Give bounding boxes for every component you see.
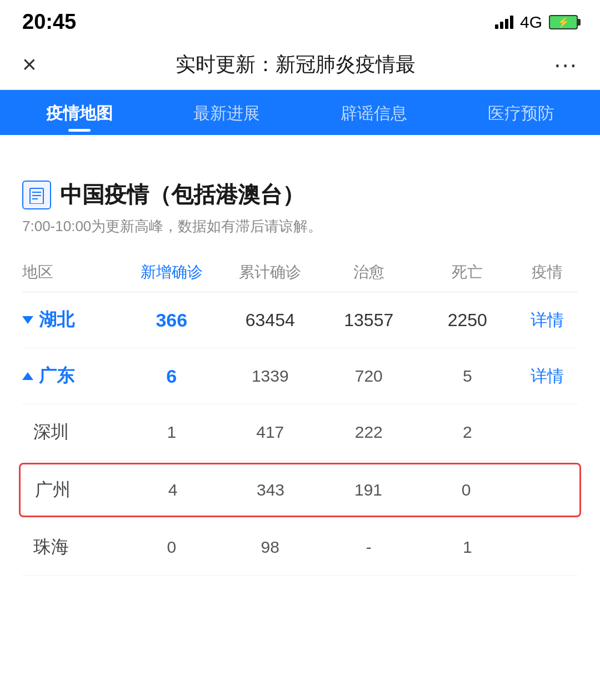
new-cases-hubei: 366 (122, 309, 221, 331)
total-shenzhen: 417 (221, 423, 320, 442)
tab-medical[interactable]: 医疗预防 (447, 90, 594, 135)
recover-zhuhai: - (319, 538, 418, 557)
close-button[interactable]: × (22, 51, 37, 78)
total-guangdong: 1339 (221, 367, 320, 386)
region-hubei: 湖北 (22, 308, 122, 332)
nav-bar: × 实时更新：新冠肺炎疫情最 ··· (0, 39, 600, 90)
tab-progress[interactable]: 最新进展 (153, 90, 300, 135)
region-zhuhai: 珠海 (22, 535, 122, 559)
recover-guangzhou: 191 (319, 481, 417, 499)
table-header: 地区 新增确诊 累计确诊 治愈 死亡 疫情 (22, 253, 578, 292)
tab-bar: 疫情地图 最新进展 辟谣信息 医疗预防 (0, 90, 600, 135)
header-region: 地区 (22, 262, 122, 283)
death-hubei: 2250 (418, 310, 517, 331)
region-shenzhen: 深圳 (22, 420, 122, 444)
recover-guangdong: 720 (319, 367, 418, 386)
new-cases-guangdong: 6 (122, 366, 221, 387)
total-zhuhai: 98 (221, 538, 320, 557)
header-recovered: 治愈 (319, 262, 418, 283)
network-label: 4G (520, 13, 542, 32)
new-cases-shenzhen: 1 (122, 423, 221, 442)
header-total: 累计确诊 (221, 262, 320, 283)
total-guangzhou: 343 (222, 481, 319, 499)
table-row: 广东 6 1339 720 5 详情 (22, 348, 578, 404)
death-guangdong: 5 (418, 367, 517, 386)
tab-map[interactable]: 疫情地图 (6, 90, 153, 135)
new-cases-zhuhai: 0 (122, 538, 221, 557)
signal-icon (495, 16, 513, 29)
total-hubei: 63454 (221, 310, 320, 331)
recover-shenzhen: 222 (319, 423, 418, 442)
section-subtitle: 7:00-10:00为更新高峰，数据如有滞后请谅解。 (22, 217, 578, 236)
section-header: 中国疫情（包括港澳台） (22, 179, 578, 210)
arrow-down-icon (22, 316, 33, 324)
table-row: 湖北 366 63454 13557 2250 详情 (22, 292, 578, 348)
region-guangzhou: 广州 (24, 478, 124, 502)
status-time: 20:45 (22, 10, 76, 34)
new-cases-guangzhou: 4 (124, 481, 222, 499)
header-deaths: 死亡 (418, 262, 517, 283)
recover-hubei: 13557 (319, 310, 418, 331)
detail-guangdong[interactable]: 详情 (517, 365, 578, 388)
status-icons: 4G ⚡ (495, 13, 578, 32)
tab-rumor[interactable]: 辟谣信息 (300, 90, 447, 135)
death-shenzhen: 2 (418, 423, 517, 442)
header-new-cases: 新增确诊 (122, 262, 221, 283)
death-guangzhou: 0 (417, 481, 515, 499)
region-guangdong: 广东 (22, 364, 122, 388)
arrow-up-icon (22, 372, 33, 380)
death-zhuhai: 1 (418, 538, 517, 557)
detail-hubei[interactable]: 详情 (517, 309, 578, 332)
main-content: 中国疫情（包括港澳台） 7:00-10:00为更新高峰，数据如有滞后请谅解。 地… (0, 135, 600, 576)
page-title: 实时更新：新冠肺炎疫情最 (37, 51, 554, 78)
status-bar: 20:45 4G ⚡ (0, 0, 600, 39)
table-row: 珠海 0 98 - 1 (22, 519, 578, 576)
section-icon (22, 181, 51, 209)
battery-icon: ⚡ (549, 15, 578, 29)
header-detail: 疫情 (517, 262, 578, 283)
table-row-highlighted: 广州 4 343 191 0 (19, 463, 581, 517)
more-button[interactable]: ··· (554, 51, 578, 78)
section-title: 中国疫情（包括港澳台） (60, 179, 304, 210)
table-row: 深圳 1 417 222 2 (22, 404, 578, 461)
